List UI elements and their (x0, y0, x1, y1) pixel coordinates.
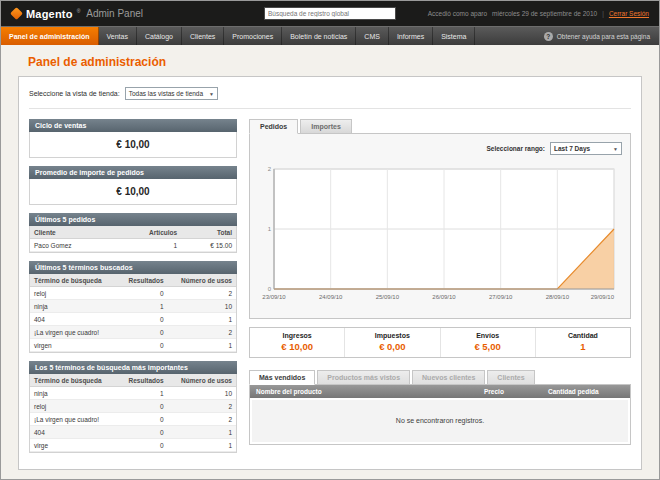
table-row[interactable]: virge 0 1 (30, 439, 236, 452)
svg-text:27/09/10: 27/09/10 (489, 294, 513, 300)
box-body: € 10,00 (29, 132, 237, 158)
cell-uses: 2 (168, 400, 236, 413)
col-header-product-name: Nombre del producto (250, 385, 478, 398)
col-header-uses: Número de usos (168, 374, 236, 387)
table-row[interactable]: virgen 0 1 (30, 339, 236, 352)
stat-label: Envíos (441, 332, 535, 339)
dashboard-left-column: Ciclo de ventas € 10,00 Promedio de impo… (29, 119, 237, 453)
average-orders-box: Promedio de importe de pedidos € 10,00 (29, 166, 237, 205)
cell-results: 0 (118, 413, 168, 426)
last-search-terms-box: Últimos 5 términos buscados Término de b… (29, 261, 237, 353)
top-search-terms-table: Término de búsqueda Resultados Número de… (30, 374, 236, 452)
cell-term: reloj (30, 400, 118, 413)
chevron-down-icon: ▼ (613, 146, 618, 152)
stat-envios: Envíos € 5,00 (440, 328, 535, 357)
table-row[interactable]: reloj 0 2 (30, 287, 236, 300)
cell-uses: 2 (168, 287, 236, 300)
nav-clientes[interactable]: Clientes (182, 27, 224, 45)
best-sellers-table: Nombre del producto Precio Cantidad pedi… (249, 384, 631, 445)
nav-cms[interactable]: CMS (356, 27, 389, 45)
col-header-term: Término de búsqueda (30, 374, 118, 387)
nav-informes[interactable]: Informes (389, 27, 433, 45)
stat-value: € 10,00 (250, 341, 344, 352)
cell-term: ¡La virgen que cuadro! (30, 413, 118, 426)
cell-uses: 10 (168, 300, 236, 313)
table-row[interactable]: 404 0 1 (30, 426, 236, 439)
totals-row: Ingresos € 10,00 Impuestos € 0,00 Envíos… (249, 327, 631, 358)
store-view-switcher: Seleccione la vista de tienda: Todas las… (29, 87, 631, 109)
svg-text:2: 2 (268, 166, 272, 172)
stat-label: Impuestos (345, 332, 439, 339)
tab-pedidos[interactable]: Pedidos (249, 119, 298, 134)
tab-new-customers[interactable]: Nuevos clientes (412, 370, 485, 384)
cell-term: ¡La virgen que cuadro! (30, 326, 118, 339)
tab-customers[interactable]: Clientes (487, 370, 534, 384)
global-search-input[interactable] (264, 7, 396, 20)
stat-value: € 0,00 (345, 341, 439, 352)
dashboard-right-column: Pedidos Importes Seleccionar rango: Last… (249, 119, 631, 453)
nav-promociones[interactable]: Promociones (224, 27, 282, 45)
col-header-results: Resultados (118, 374, 168, 387)
cell-term: reloj (30, 287, 118, 300)
stat-ingresos: Ingresos € 10,00 (250, 328, 344, 357)
cell-results: 1 (118, 300, 168, 313)
svg-text:23/09/10: 23/09/10 (262, 294, 286, 300)
store-view-select[interactable]: Todas las vistas de tienda ▼ (125, 87, 218, 100)
tab-importes[interactable]: Importes (300, 119, 352, 133)
orders-chart: 01223/09/1024/09/1025/09/1026/09/1027/09… (258, 161, 622, 310)
brand-registered-mark: ® (77, 8, 81, 14)
svg-text:26/09/10: 26/09/10 (432, 294, 456, 300)
table-row[interactable]: reloj 0 2 (30, 400, 236, 413)
cell-uses: 1 (168, 313, 236, 326)
chevron-down-icon: ▼ (209, 91, 214, 97)
col-header-items: Artículos (114, 226, 181, 239)
cell-results: 0 (118, 426, 168, 439)
cell-results: 0 (118, 400, 168, 413)
cell-term: virge (30, 439, 118, 452)
box-body: Cliente Artículos Total Paco Gomez 1 (29, 226, 237, 253)
table-row[interactable]: 404 0 1 (30, 313, 236, 326)
cell-results: 0 (118, 339, 168, 352)
box-body: Término de búsqueda Resultados Número de… (29, 374, 237, 453)
table-row[interactable]: ¡La virgen que cuadro! 0 2 (30, 413, 236, 426)
nav-sistema[interactable]: Sistema (433, 27, 475, 45)
nav-dashboard[interactable]: Panel de administración (1, 27, 99, 45)
table-row[interactable]: ninja 1 10 (30, 387, 236, 400)
nav-ventas[interactable]: Ventas (99, 27, 137, 45)
cell-uses: 10 (168, 387, 236, 400)
cell-uses: 2 (168, 326, 236, 339)
logged-in-text: Accedió como aparo (428, 10, 487, 17)
lifetime-sales-box: Ciclo de ventas € 10,00 (29, 119, 237, 158)
table-row[interactable]: ¡La virgen que cuadro! 0 2 (30, 326, 236, 339)
col-header-price: Precio (478, 385, 542, 398)
nav-catalogo[interactable]: Catálogo (137, 27, 182, 45)
page-help-link[interactable]: ? Obtener ayuda para esta página (535, 27, 659, 45)
cell-term: virgen (30, 339, 118, 352)
tab-best-sellers[interactable]: Más vendidos (249, 370, 315, 385)
table-row[interactable]: ninja 1 10 (30, 300, 236, 313)
cell-results: 0 (118, 326, 168, 339)
cell-term: 404 (30, 313, 118, 326)
products-tabs: Más vendidos Productos más vistos Nuevos… (249, 370, 631, 384)
stat-label: Ingresos (250, 332, 344, 339)
nav-boletin[interactable]: Boletín de noticias (282, 27, 356, 45)
lifetime-sales-value: € 10,00 (30, 132, 236, 157)
svg-text:24/09/10: 24/09/10 (319, 294, 343, 300)
svg-text:0: 0 (268, 286, 272, 292)
last-orders-box: Últimos 5 pedidos Cliente Artículos Tota… (29, 213, 237, 253)
range-select[interactable]: Last 7 Days ▼ (550, 142, 622, 155)
products-table-header: Nombre del producto Precio Cantidad pedi… (250, 385, 630, 398)
col-header-customer: Cliente (30, 226, 114, 239)
table-row[interactable]: Paco Gomez 1 € 15.00 (30, 239, 236, 252)
stat-value: € 5,00 (441, 341, 535, 352)
svg-text:29/09/10: 29/09/10 (591, 294, 615, 300)
tab-most-viewed[interactable]: Productos más vistos (317, 370, 410, 384)
range-value: Last 7 Days (554, 145, 590, 152)
box-title: Últimos 5 términos buscados (29, 261, 237, 274)
session-info: Accedió como aparo miércoles 29 de septi… (396, 10, 649, 17)
logout-link[interactable]: Cerrar Sesión (609, 10, 649, 17)
last-search-terms-table: Término de búsqueda Resultados Número de… (30, 274, 236, 352)
cell-customer: Paco Gomez (30, 239, 114, 252)
range-selector-row: Seleccionar rango: Last 7 Days ▼ (258, 142, 622, 155)
box-title: Los 5 términos de búsqueda más important… (29, 361, 237, 374)
